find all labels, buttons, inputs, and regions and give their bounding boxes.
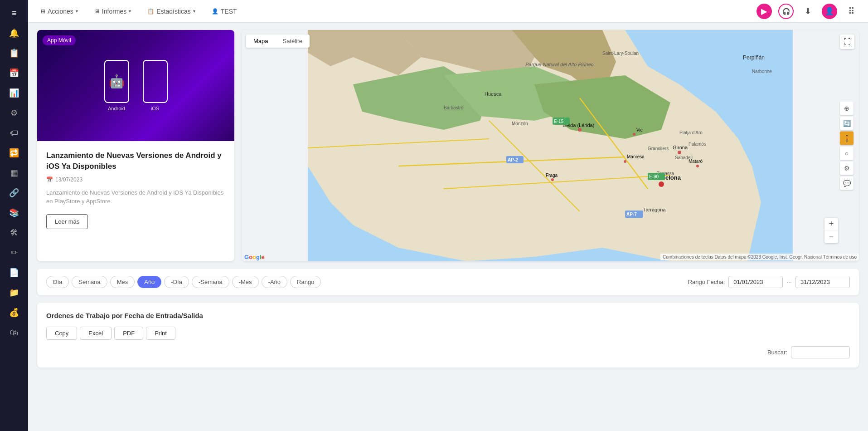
news-card-image: App Móvil 🤖 Android iOS: [37, 30, 234, 141]
map-tool-1[interactable]: ⊕: [840, 102, 853, 115]
map-container: Barcelona Lleida (Lérida) Girona Fraga M…: [242, 30, 859, 261]
svg-text:Narbonne: Narbonne: [752, 69, 772, 74]
sidebar-icon-book[interactable]: 📚: [5, 204, 23, 221]
map-zoom-in[interactable]: +: [824, 218, 838, 230]
navbar-right: ▶ 🎧 ⬇ 👤 ⠿: [756, 4, 859, 19]
estadisticas-icon: 📋: [147, 8, 154, 15]
filter-neg-mes[interactable]: -Mes: [232, 276, 259, 288]
map-tab-satellite[interactable]: Satélite: [276, 34, 310, 48]
search-input[interactable]: [791, 346, 850, 358]
main-content: ⊞ Acciones ▾ 🖥 Informes ▾ 📋 Estadísticas…: [28, 0, 868, 431]
android-frame: 🤖: [104, 60, 129, 103]
android-label: Android: [108, 106, 125, 111]
svg-text:Monzón: Monzón: [512, 121, 528, 126]
map-tool-settings[interactable]: ⚙: [840, 162, 853, 175]
content-area: App Móvil 🤖 Android iOS Lanzamiento de N: [28, 23, 868, 375]
navbar-test[interactable]: 👤 TEST: [208, 0, 241, 22]
svg-text:Platja d'Aro: Platja d'Aro: [679, 130, 703, 135]
filter-neg-semana[interactable]: -Semana: [192, 276, 229, 288]
sidebar-icon-menu[interactable]: ≡: [5, 5, 23, 22]
svg-text:Granollers: Granollers: [648, 146, 669, 151]
filter-row: Día Semana Mes Año -Día -Semana -Mes -Añ…: [37, 269, 859, 295]
sidebar-icon-grid-sm[interactable]: ▦: [5, 164, 23, 181]
filter-ano[interactable]: Año: [137, 276, 161, 288]
navbar-estadisticas[interactable]: 📋 Estadísticas ▾: [144, 0, 199, 22]
svg-point-21: [624, 160, 626, 163]
map-fullscreen-button[interactable]: ⛶: [840, 34, 854, 49]
navbar-acciones[interactable]: ⊞ Acciones ▾: [37, 0, 82, 22]
sidebar-icon-layers[interactable]: ⚙: [5, 104, 23, 122]
print-button[interactable]: Print: [146, 327, 175, 340]
map-tab-controls: Mapa Satélite: [246, 34, 310, 48]
map-tab-mapa[interactable]: Mapa: [246, 34, 276, 48]
map-tool-person[interactable]: 🧍: [840, 132, 853, 145]
date-separator: ···: [786, 279, 792, 286]
excel-button[interactable]: Excel: [80, 327, 112, 340]
user-avatar-btn[interactable]: 👤: [822, 4, 837, 19]
acciones-label: Acciones: [48, 8, 73, 15]
video-icon-btn[interactable]: ▶: [756, 4, 772, 19]
filter-neg-ano[interactable]: -Año: [262, 276, 287, 288]
svg-point-17: [678, 151, 681, 154]
navbar-informes[interactable]: 🖥 Informes ▾: [91, 0, 135, 22]
svg-point-13: [659, 181, 664, 187]
filter-rango[interactable]: Rango: [290, 276, 321, 288]
map-zoom-out[interactable]: −: [824, 230, 838, 243]
sidebar-icon-calendar[interactable]: 📅: [5, 64, 23, 82]
date-to-input[interactable]: [795, 276, 850, 288]
map-svg: Barcelona Lleida (Lérida) Girona Fraga M…: [242, 30, 859, 261]
ios-frame: [143, 60, 168, 103]
news-date: 📅 13/07/2023: [46, 176, 225, 183]
headset-icon-btn[interactable]: 🎧: [778, 4, 794, 19]
sidebar-icon-tag[interactable]: 🏷: [5, 124, 23, 142]
svg-point-25: [633, 133, 635, 136]
acciones-arrow-icon: ▾: [76, 9, 78, 14]
svg-text:Manresa: Manresa: [627, 154, 645, 159]
estadisticas-label: Estadísticas: [156, 8, 190, 15]
sidebar-icon-table[interactable]: 📄: [5, 264, 23, 281]
map-tool-2[interactable]: 🔄: [840, 117, 853, 130]
filter-semana[interactable]: Semana: [72, 276, 107, 288]
read-more-button[interactable]: Leer más: [46, 214, 88, 229]
sidebar-icon-notification[interactable]: 🔔: [5, 24, 23, 42]
news-badge: App Móvil: [43, 35, 76, 45]
date-from-input[interactable]: [728, 276, 783, 288]
navbar: ⊞ Acciones ▾ 🖥 Informes ▾ 📋 Estadísticas…: [28, 0, 868, 23]
download-icon-btn[interactable]: ⬇: [800, 4, 815, 19]
acciones-icon: ⊞: [41, 8, 45, 15]
stats-title: Ordenes de Trabajo por Fecha de Entrada/…: [46, 312, 850, 319]
android-phone: 🤖 Android: [104, 60, 129, 111]
pdf-button[interactable]: PDF: [114, 327, 143, 340]
sidebar-icon-coins[interactable]: 💰: [5, 304, 23, 321]
sidebar-icon-chart[interactable]: 📊: [5, 84, 23, 102]
sidebar-icon-repeat[interactable]: 🔁: [5, 144, 23, 162]
map-zoom-controls: + −: [824, 218, 838, 243]
sidebar-icon-pen[interactable]: ✏: [5, 244, 23, 261]
sidebar-icon-bag[interactable]: 🛍: [5, 324, 23, 341]
test-icon: 👤: [212, 8, 218, 15]
map-right-tools: ⊕ 🔄 🧍 ○ ⚙ 💬: [840, 102, 853, 190]
map-attribution: Combinaciones de teclas Datos del mapa ©…: [660, 254, 859, 260]
range-fecha-label: Rango Fecha:: [688, 279, 725, 285]
svg-point-19: [551, 178, 554, 181]
news-excerpt: Lanzamiento de Nuevas Versiones de Andro…: [46, 188, 225, 206]
filter-neg-dia[interactable]: -Día: [164, 276, 189, 288]
sidebar-icon-clipboard[interactable]: 📋: [5, 44, 23, 62]
copy-button[interactable]: Copy: [46, 327, 77, 340]
filter-right: Rango Fecha: ···: [688, 276, 850, 288]
estadisticas-arrow-icon: ▾: [193, 9, 195, 14]
sidebar-icon-tools[interactable]: 🛠: [5, 224, 23, 241]
grid-icon-btn[interactable]: ⠿: [844, 4, 859, 19]
filter-mes[interactable]: Mes: [110, 276, 135, 288]
table-buttons: Copy Excel PDF Print: [46, 327, 850, 340]
map-tool-3[interactable]: ○: [840, 147, 853, 160]
sidebar-icon-link[interactable]: 🔗: [5, 184, 23, 201]
ios-phone: iOS: [143, 60, 168, 111]
map-tool-chat[interactable]: 💬: [840, 176, 853, 190]
calendar-small-icon: 📅: [46, 176, 53, 183]
filter-dia[interactable]: Día: [46, 276, 69, 288]
google-logo: Google: [244, 254, 265, 260]
svg-text:E-90: E-90: [649, 174, 659, 179]
news-date-text: 13/07/2023: [55, 176, 82, 183]
sidebar-icon-doc[interactable]: 📁: [5, 284, 23, 301]
